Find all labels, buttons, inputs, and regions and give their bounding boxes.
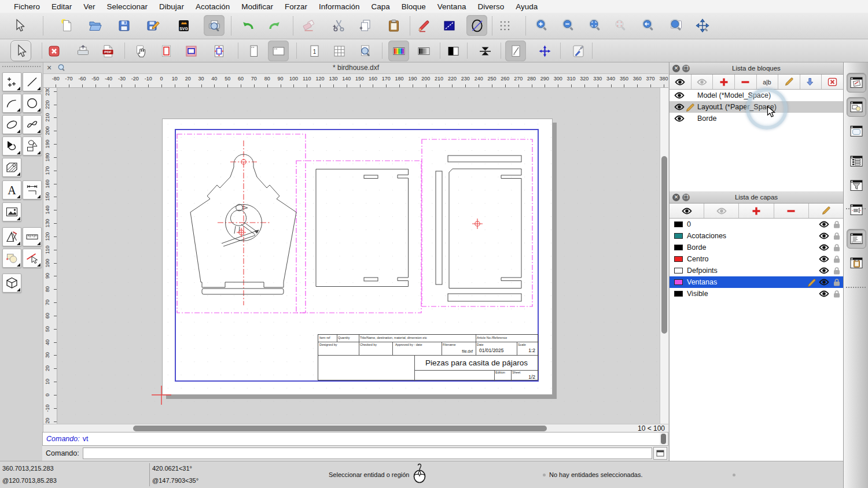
purge-block-button[interactable] xyxy=(822,75,843,89)
layer-lock-icon[interactable] xyxy=(833,278,840,286)
zoom-out-button[interactable] xyxy=(558,15,579,36)
library-browser-panel-button[interactable] xyxy=(847,121,866,141)
menu-modificar[interactable]: Modificar xyxy=(236,2,279,11)
layer-visibility-eye-icon[interactable] xyxy=(819,290,829,298)
grayscale-mode-button[interactable] xyxy=(413,40,434,61)
save-document-button[interactable] xyxy=(113,15,134,36)
viewport-button[interactable] xyxy=(181,40,201,61)
hide-all-blocks-button[interactable] xyxy=(692,75,713,89)
ellipse-tools-button[interactable] xyxy=(2,115,21,134)
print-button[interactable] xyxy=(72,40,93,61)
draft-preview-button[interactable] xyxy=(505,40,526,61)
block-visibility-eye-icon[interactable] xyxy=(674,114,685,123)
zoom-to-page-button[interactable] xyxy=(355,40,376,61)
canvas-horizontal-scrollbar[interactable]: 10 < 100 xyxy=(43,424,668,432)
canvas-vertical-scrollbar[interactable] xyxy=(660,88,668,424)
command-history-scrollbar[interactable] xyxy=(660,433,667,445)
add-block-button[interactable] xyxy=(713,75,735,89)
new-document-button[interactable] xyxy=(56,15,77,36)
move-paper-button[interactable] xyxy=(131,40,152,61)
single-page-button[interactable]: 1 xyxy=(304,40,325,61)
bw-mode-button[interactable] xyxy=(443,40,464,61)
previous-view-button[interactable] xyxy=(638,15,659,36)
line-tools-button[interactable] xyxy=(23,72,42,91)
close-panel-icon[interactable]: ✕ xyxy=(672,194,680,201)
arc-tools-button[interactable] xyxy=(2,94,21,113)
layer-row[interactable]: Defpoints xyxy=(670,265,843,276)
order-tools-button[interactable] xyxy=(2,249,21,268)
remove-block-button[interactable] xyxy=(735,75,757,89)
edit-block-button[interactable] xyxy=(778,75,800,89)
layer-visibility-eye-icon[interactable] xyxy=(819,232,829,240)
line-style-button[interactable] xyxy=(439,15,459,36)
menu-diverso[interactable]: Diverso xyxy=(472,2,510,11)
export-pdf-button[interactable]: PDF xyxy=(97,40,118,61)
zoom-window-button[interactable] xyxy=(665,15,686,36)
hatch-tools-button[interactable] xyxy=(2,158,21,177)
view-panel-button[interactable] xyxy=(847,200,866,220)
redo-button[interactable] xyxy=(264,15,285,36)
grid-toggle-button[interactable] xyxy=(494,15,515,36)
block-row[interactable]: Layout1 (*Paper_Space) xyxy=(670,101,843,113)
layer-row[interactable]: Acotaciones xyxy=(670,230,843,242)
paper-borders-button[interactable] xyxy=(156,40,176,61)
menu-forzar[interactable]: Forzar xyxy=(279,2,313,11)
pan-button[interactable] xyxy=(692,15,713,36)
settings-button[interactable] xyxy=(568,40,589,61)
command-history-scrollbar-thumb[interactable] xyxy=(661,434,666,444)
select-tools-button[interactable] xyxy=(23,249,42,268)
layer-row[interactable]: 0 xyxy=(670,219,843,230)
portrait-button[interactable] xyxy=(243,40,264,61)
shape-tools-button[interactable] xyxy=(23,136,42,156)
close-panel-icon[interactable]: ✕ xyxy=(672,65,680,72)
show-all-layers-button[interactable] xyxy=(670,204,704,218)
solid-tools-button[interactable] xyxy=(2,273,21,293)
modify-tools-button[interactable] xyxy=(2,227,21,246)
save-as-button[interactable] xyxy=(142,15,163,36)
open-document-button[interactable] xyxy=(84,15,105,36)
property-editor-panel-button[interactable] xyxy=(847,151,866,171)
menu-capa[interactable]: Capa xyxy=(366,2,396,11)
edit-properties-button[interactable] xyxy=(413,15,434,36)
color-mode-button[interactable] xyxy=(388,40,409,61)
block-row[interactable]: Borde xyxy=(670,113,843,124)
auto-zoom-button[interactable] xyxy=(584,15,605,36)
menu-bloque[interactable]: Bloque xyxy=(396,2,432,11)
landscape-button[interactable] xyxy=(268,40,289,61)
layer-row[interactable]: Visible xyxy=(670,288,843,300)
paste-button[interactable] xyxy=(383,15,404,36)
measure-tools-button[interactable] xyxy=(23,227,42,246)
selection-tool-button[interactable] xyxy=(9,15,30,36)
fit-to-page-button[interactable] xyxy=(208,40,229,61)
layer-visibility-eye-icon[interactable] xyxy=(819,243,829,252)
clipboard-panel-button[interactable] xyxy=(847,253,866,273)
horizontal-scrollbar-thumb[interactable] xyxy=(133,426,547,431)
point-tools-button[interactable] xyxy=(2,72,21,91)
print-preview-button[interactable] xyxy=(204,15,225,36)
layer-visibility-eye-icon[interactable] xyxy=(819,255,829,263)
layer-visibility-eye-icon[interactable] xyxy=(819,267,829,275)
add-layer-button[interactable] xyxy=(739,204,774,218)
menu-seleccionar[interactable]: Seleccionar xyxy=(101,2,154,11)
block-row[interactable]: Model (*Model_Space) xyxy=(670,90,843,101)
layer-visibility-eye-icon[interactable] xyxy=(819,220,829,228)
drawing-canvas[interactable]: Item ref Quantity Title/Name, destinatio… xyxy=(57,88,660,424)
menu-fichero[interactable]: Fichero xyxy=(8,2,46,11)
export-svg-button[interactable]: SVG xyxy=(173,15,194,36)
layer-lock-icon[interactable] xyxy=(833,267,840,275)
text-tools-button[interactable]: A xyxy=(2,180,21,199)
close-preview-button[interactable] xyxy=(43,40,64,61)
menu-editar[interactable]: Editar xyxy=(46,2,78,11)
layer-row[interactable]: Centro xyxy=(670,253,843,265)
zoom-in-button[interactable] xyxy=(531,15,552,36)
layer-lock-icon[interactable] xyxy=(833,220,840,228)
layer-lock-icon[interactable] xyxy=(833,290,840,298)
draft-mode-button[interactable] xyxy=(466,15,487,36)
copy-button[interactable] xyxy=(355,15,376,36)
block-list-panel-button[interactable] xyxy=(847,97,866,117)
remove-layer-button[interactable] xyxy=(774,204,809,218)
undo-button[interactable] xyxy=(237,15,258,36)
hide-all-layers-button[interactable] xyxy=(704,204,739,218)
command-input[interactable] xyxy=(83,448,652,459)
detach-command-line-button[interactable] xyxy=(653,447,667,460)
